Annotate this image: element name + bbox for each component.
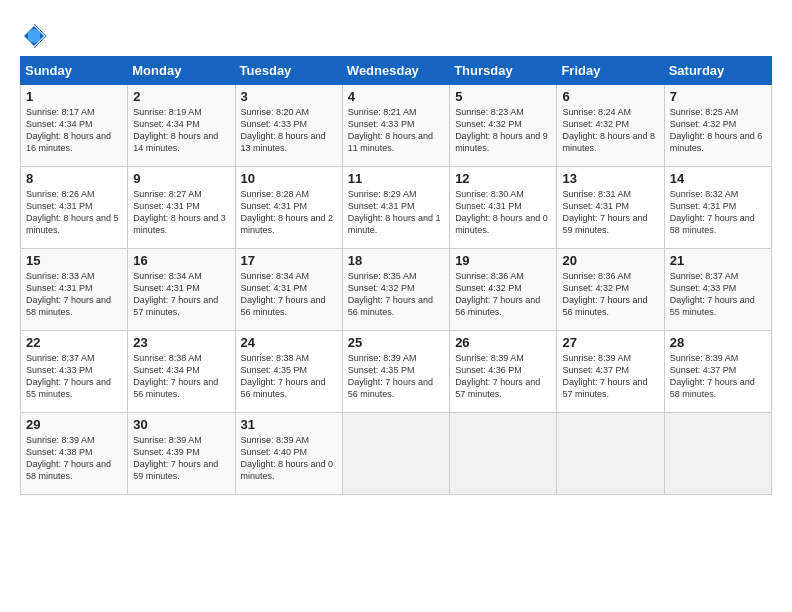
- logo-icon: [20, 22, 48, 50]
- day-number: 12: [455, 171, 551, 186]
- cell-text: Sunrise: 8:35 AMSunset: 4:32 PMDaylight:…: [348, 271, 433, 317]
- cell-text: Sunrise: 8:26 AMSunset: 4:31 PMDaylight:…: [26, 189, 119, 235]
- header-wednesday: Wednesday: [342, 57, 449, 85]
- cell-text: Sunrise: 8:39 AMSunset: 4:40 PMDaylight:…: [241, 435, 334, 481]
- header-thursday: Thursday: [450, 57, 557, 85]
- day-number: 15: [26, 253, 122, 268]
- day-number: 24: [241, 335, 337, 350]
- header-friday: Friday: [557, 57, 664, 85]
- day-number: 21: [670, 253, 766, 268]
- day-number: 13: [562, 171, 658, 186]
- cell-text: Sunrise: 8:39 AMSunset: 4:37 PMDaylight:…: [562, 353, 647, 399]
- day-number: 19: [455, 253, 551, 268]
- week-row-5: 29 Sunrise: 8:39 AMSunset: 4:38 PMDaylig…: [21, 413, 772, 495]
- day-number: 11: [348, 171, 444, 186]
- calendar-cell: 23 Sunrise: 8:38 AMSunset: 4:34 PMDaylig…: [128, 331, 235, 413]
- calendar-cell: 3 Sunrise: 8:20 AMSunset: 4:33 PMDayligh…: [235, 85, 342, 167]
- calendar: SundayMondayTuesdayWednesdayThursdayFrid…: [20, 56, 772, 495]
- calendar-cell: 5 Sunrise: 8:23 AMSunset: 4:32 PMDayligh…: [450, 85, 557, 167]
- cell-text: Sunrise: 8:30 AMSunset: 4:31 PMDaylight:…: [455, 189, 548, 235]
- calendar-cell: 12 Sunrise: 8:30 AMSunset: 4:31 PMDaylig…: [450, 167, 557, 249]
- cell-text: Sunrise: 8:29 AMSunset: 4:31 PMDaylight:…: [348, 189, 441, 235]
- cell-text: Sunrise: 8:38 AMSunset: 4:35 PMDaylight:…: [241, 353, 326, 399]
- calendar-cell: 8 Sunrise: 8:26 AMSunset: 4:31 PMDayligh…: [21, 167, 128, 249]
- cell-text: Sunrise: 8:37 AMSunset: 4:33 PMDaylight:…: [26, 353, 111, 399]
- week-row-1: 1 Sunrise: 8:17 AMSunset: 4:34 PMDayligh…: [21, 85, 772, 167]
- calendar-cell: 15 Sunrise: 8:33 AMSunset: 4:31 PMDaylig…: [21, 249, 128, 331]
- cell-text: Sunrise: 8:37 AMSunset: 4:33 PMDaylight:…: [670, 271, 755, 317]
- day-number: 22: [26, 335, 122, 350]
- day-number: 6: [562, 89, 658, 104]
- cell-text: Sunrise: 8:39 AMSunset: 4:36 PMDaylight:…: [455, 353, 540, 399]
- cell-text: Sunrise: 8:34 AMSunset: 4:31 PMDaylight:…: [133, 271, 218, 317]
- calendar-cell: [342, 413, 449, 495]
- logo: [20, 22, 52, 50]
- day-number: 16: [133, 253, 229, 268]
- header: [20, 18, 772, 50]
- calendar-cell: 31 Sunrise: 8:39 AMSunset: 4:40 PMDaylig…: [235, 413, 342, 495]
- cell-text: Sunrise: 8:36 AMSunset: 4:32 PMDaylight:…: [562, 271, 647, 317]
- calendar-cell: 24 Sunrise: 8:38 AMSunset: 4:35 PMDaylig…: [235, 331, 342, 413]
- calendar-cell: 10 Sunrise: 8:28 AMSunset: 4:31 PMDaylig…: [235, 167, 342, 249]
- calendar-cell: 4 Sunrise: 8:21 AMSunset: 4:33 PMDayligh…: [342, 85, 449, 167]
- cell-text: Sunrise: 8:38 AMSunset: 4:34 PMDaylight:…: [133, 353, 218, 399]
- calendar-cell: 13 Sunrise: 8:31 AMSunset: 4:31 PMDaylig…: [557, 167, 664, 249]
- cell-text: Sunrise: 8:33 AMSunset: 4:31 PMDaylight:…: [26, 271, 111, 317]
- calendar-cell: 1 Sunrise: 8:17 AMSunset: 4:34 PMDayligh…: [21, 85, 128, 167]
- calendar-cell: 22 Sunrise: 8:37 AMSunset: 4:33 PMDaylig…: [21, 331, 128, 413]
- calendar-cell: 18 Sunrise: 8:35 AMSunset: 4:32 PMDaylig…: [342, 249, 449, 331]
- cell-text: Sunrise: 8:17 AMSunset: 4:34 PMDaylight:…: [26, 107, 111, 153]
- day-number: 2: [133, 89, 229, 104]
- cell-text: Sunrise: 8:36 AMSunset: 4:32 PMDaylight:…: [455, 271, 540, 317]
- day-number: 17: [241, 253, 337, 268]
- day-number: 1: [26, 89, 122, 104]
- calendar-cell: 17 Sunrise: 8:34 AMSunset: 4:31 PMDaylig…: [235, 249, 342, 331]
- cell-text: Sunrise: 8:24 AMSunset: 4:32 PMDaylight:…: [562, 107, 655, 153]
- cell-text: Sunrise: 8:39 AMSunset: 4:35 PMDaylight:…: [348, 353, 433, 399]
- cell-text: Sunrise: 8:27 AMSunset: 4:31 PMDaylight:…: [133, 189, 226, 235]
- day-number: 25: [348, 335, 444, 350]
- calendar-cell: [557, 413, 664, 495]
- day-number: 3: [241, 89, 337, 104]
- calendar-cell: 11 Sunrise: 8:29 AMSunset: 4:31 PMDaylig…: [342, 167, 449, 249]
- calendar-cell: 20 Sunrise: 8:36 AMSunset: 4:32 PMDaylig…: [557, 249, 664, 331]
- cell-text: Sunrise: 8:32 AMSunset: 4:31 PMDaylight:…: [670, 189, 755, 235]
- calendar-cell: 9 Sunrise: 8:27 AMSunset: 4:31 PMDayligh…: [128, 167, 235, 249]
- day-number: 29: [26, 417, 122, 432]
- cell-text: Sunrise: 8:20 AMSunset: 4:33 PMDaylight:…: [241, 107, 326, 153]
- day-number: 7: [670, 89, 766, 104]
- calendar-header: SundayMondayTuesdayWednesdayThursdayFrid…: [21, 57, 772, 85]
- calendar-cell: 19 Sunrise: 8:36 AMSunset: 4:32 PMDaylig…: [450, 249, 557, 331]
- day-number: 10: [241, 171, 337, 186]
- calendar-body: 1 Sunrise: 8:17 AMSunset: 4:34 PMDayligh…: [21, 85, 772, 495]
- day-number: 20: [562, 253, 658, 268]
- page: SundayMondayTuesdayWednesdayThursdayFrid…: [0, 0, 792, 505]
- cell-text: Sunrise: 8:25 AMSunset: 4:32 PMDaylight:…: [670, 107, 763, 153]
- cell-text: Sunrise: 8:21 AMSunset: 4:33 PMDaylight:…: [348, 107, 433, 153]
- calendar-cell: 21 Sunrise: 8:37 AMSunset: 4:33 PMDaylig…: [664, 249, 771, 331]
- calendar-cell: 25 Sunrise: 8:39 AMSunset: 4:35 PMDaylig…: [342, 331, 449, 413]
- week-row-3: 15 Sunrise: 8:33 AMSunset: 4:31 PMDaylig…: [21, 249, 772, 331]
- header-saturday: Saturday: [664, 57, 771, 85]
- day-number: 26: [455, 335, 551, 350]
- calendar-cell: 26 Sunrise: 8:39 AMSunset: 4:36 PMDaylig…: [450, 331, 557, 413]
- header-row: SundayMondayTuesdayWednesdayThursdayFrid…: [21, 57, 772, 85]
- day-number: 18: [348, 253, 444, 268]
- calendar-cell: 28 Sunrise: 8:39 AMSunset: 4:37 PMDaylig…: [664, 331, 771, 413]
- day-number: 31: [241, 417, 337, 432]
- calendar-cell: 30 Sunrise: 8:39 AMSunset: 4:39 PMDaylig…: [128, 413, 235, 495]
- calendar-cell: 14 Sunrise: 8:32 AMSunset: 4:31 PMDaylig…: [664, 167, 771, 249]
- day-number: 9: [133, 171, 229, 186]
- calendar-cell: 6 Sunrise: 8:24 AMSunset: 4:32 PMDayligh…: [557, 85, 664, 167]
- calendar-cell: [664, 413, 771, 495]
- calendar-cell: 29 Sunrise: 8:39 AMSunset: 4:38 PMDaylig…: [21, 413, 128, 495]
- cell-text: Sunrise: 8:39 AMSunset: 4:38 PMDaylight:…: [26, 435, 111, 481]
- day-number: 28: [670, 335, 766, 350]
- cell-text: Sunrise: 8:19 AMSunset: 4:34 PMDaylight:…: [133, 107, 218, 153]
- week-row-2: 8 Sunrise: 8:26 AMSunset: 4:31 PMDayligh…: [21, 167, 772, 249]
- calendar-cell: 16 Sunrise: 8:34 AMSunset: 4:31 PMDaylig…: [128, 249, 235, 331]
- day-number: 14: [670, 171, 766, 186]
- cell-text: Sunrise: 8:28 AMSunset: 4:31 PMDaylight:…: [241, 189, 334, 235]
- day-number: 4: [348, 89, 444, 104]
- day-number: 30: [133, 417, 229, 432]
